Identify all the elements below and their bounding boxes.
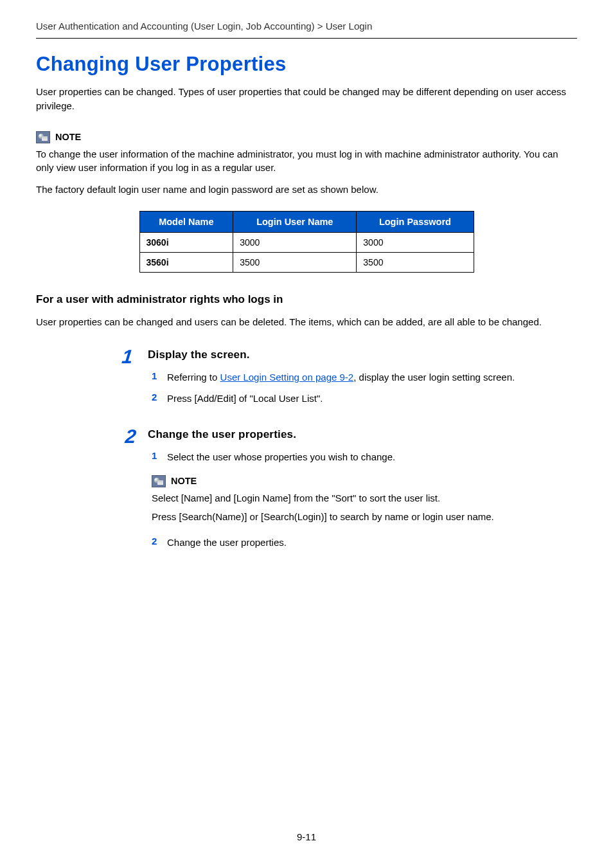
substep-text: Change the user properties. (167, 536, 577, 549)
section-intro: User properties can be changed and users… (36, 315, 577, 329)
cell-user: 3000 (233, 232, 357, 252)
substep-text: Referring to User Login Setting on page … (167, 370, 577, 384)
note-icon (152, 475, 166, 487)
col-pass: Login Password (357, 211, 474, 232)
cell-user: 3500 (233, 252, 357, 272)
step-title: Change the user properties. (148, 428, 577, 441)
inner-note-block: NOTE Select [Name] and [Login Name] from… (152, 475, 577, 525)
step-2: 2 Change the user properties. 1 Select t… (120, 427, 577, 557)
cell-model: 3560i (139, 252, 233, 272)
table-row: 3560i 3500 3500 (139, 252, 474, 272)
breadcrumb: User Authentication and Accounting (User… (36, 21, 577, 39)
substep-number: 1 (152, 370, 161, 384)
note-icon (36, 131, 50, 143)
section-heading: For a user with administrator rights who… (36, 293, 577, 306)
page-title: Changing User Properties (36, 53, 577, 76)
substep-prefix: Referring to (167, 372, 220, 383)
note-header: NOTE (36, 131, 577, 143)
substep-number: 2 (152, 392, 161, 405)
step-title: Display the screen. (148, 348, 577, 361)
inner-note-text-2: Press [Search(Name)] or [Search(Login)] … (152, 510, 577, 524)
note-block: NOTE To change the user information of t… (36, 131, 577, 197)
note-label: NOTE (55, 132, 81, 142)
intro-text: User properties can be changed. Types of… (36, 85, 577, 113)
substep-text: Select the user whose properties you wis… (167, 450, 577, 464)
credentials-table: Model Name Login User Name Login Passwor… (139, 211, 474, 273)
step-1: 1 Display the screen. 1 Referring to Use… (120, 347, 577, 413)
table-header-row: Model Name Login User Name Login Passwor… (139, 211, 474, 232)
cell-model: 3060i (139, 232, 233, 252)
cell-pass: 3000 (357, 232, 474, 252)
cell-pass: 3500 (357, 252, 474, 272)
substep: 2 Change the user properties. (152, 536, 577, 549)
substep-suffix: , display the user login setting screen. (353, 372, 515, 383)
inner-note-text-1: Select [Name] and [Login Name] from the … (152, 491, 577, 505)
substep: 2 Press [Add/Edit] of "Local User List". (152, 392, 577, 405)
substep-number: 1 (152, 450, 161, 464)
table-row: 3060i 3000 3000 (139, 232, 474, 252)
col-model: Model Name (139, 211, 233, 232)
substep-number: 2 (152, 536, 161, 549)
substep: 1 Select the user whose properties you w… (152, 450, 577, 464)
note-label: NOTE (171, 476, 197, 486)
note-header: NOTE (152, 475, 577, 487)
col-user: Login User Name (233, 211, 357, 232)
substep-text: Press [Add/Edit] of "Local User List". (167, 392, 577, 405)
note-text-1: To change the user information of the ma… (36, 147, 577, 176)
substep: 1 Referring to User Login Setting on pag… (152, 370, 577, 384)
note-text-2: The factory default login user name and … (36, 183, 577, 197)
cross-ref-link[interactable]: User Login Setting on page 9-2 (220, 372, 354, 383)
step-number: 1 (116, 347, 141, 413)
page-number: 9-11 (0, 831, 613, 842)
step-number: 2 (112, 427, 144, 557)
